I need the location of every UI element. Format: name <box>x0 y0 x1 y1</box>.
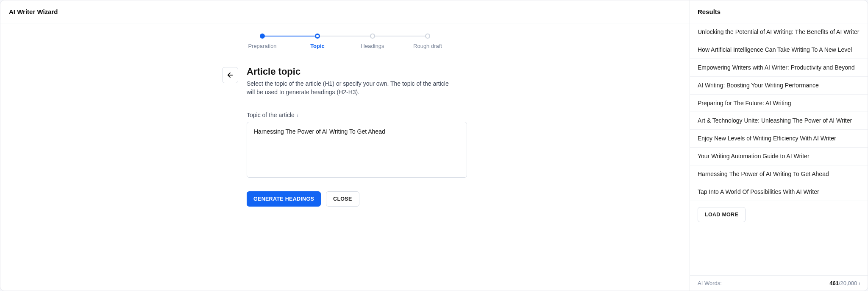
main-header: AI Writer Wizard <box>0 0 690 23</box>
step-label: Rough draft <box>413 43 442 49</box>
section-heading: Article topic <box>247 66 468 77</box>
ai-words-value: 461/20,000 i <box>829 280 860 286</box>
result-item[interactable]: How Artificial Intelligence Can Take Wri… <box>690 41 868 59</box>
step-label: Preparation <box>248 43 276 49</box>
wizard-stepper: Preparation Topic Headings Rough draft <box>235 34 455 49</box>
step-label: Headings <box>361 43 384 49</box>
step-label: Topic <box>310 43 325 49</box>
topic-input[interactable] <box>247 122 467 178</box>
info-icon[interactable]: i <box>297 112 298 118</box>
step-dot-icon <box>425 34 430 39</box>
back-button[interactable] <box>222 67 238 83</box>
result-item[interactable]: Art & Technology Unite: Unleashing The P… <box>690 112 868 130</box>
step-connector <box>317 36 373 36</box>
ai-words-max: 20,000 <box>840 280 857 286</box>
close-button[interactable]: CLOSE <box>326 191 359 207</box>
result-item[interactable]: Tap Into A World Of Possibilities With A… <box>690 183 868 201</box>
step-dot-icon <box>370 34 375 39</box>
results-header: Results <box>690 0 868 23</box>
result-item[interactable]: Preparing for The Future: AI Writing <box>690 95 868 112</box>
step-connector <box>373 36 428 36</box>
result-item[interactable]: Unlocking the Potential of AI Writing: T… <box>690 23 868 41</box>
results-footer: AI Words: 461/20,000 i <box>690 275 868 291</box>
load-more-button[interactable]: LOAD MORE <box>698 207 746 222</box>
results-title: Results <box>698 8 860 15</box>
step-dot-icon <box>315 34 320 39</box>
step-connector <box>262 36 317 36</box>
field-label: Topic of the article <box>247 112 295 118</box>
result-item[interactable]: Enjoy New Levels of Writing Efficiency W… <box>690 130 868 148</box>
results-list: Unlocking the Potential of AI Writing: T… <box>690 23 868 275</box>
generate-headings-button[interactable]: GENERATE HEADINGS <box>247 191 321 207</box>
result-item[interactable]: Empowering Writers with AI Writer: Produ… <box>690 59 868 77</box>
ai-words-used: 461 <box>829 280 839 286</box>
step-dot-icon <box>260 34 265 39</box>
info-icon[interactable]: i <box>859 281 860 286</box>
result-item[interactable]: Your Writing Automation Guide to AI Writ… <box>690 148 868 165</box>
page-title: AI Writer Wizard <box>9 8 681 15</box>
ai-words-label: AI Words: <box>698 280 722 286</box>
arrow-left-icon <box>226 71 234 79</box>
result-item[interactable]: AI Writing: Boosting Your Writing Perfor… <box>690 77 868 95</box>
step-preparation[interactable]: Preparation <box>235 34 290 49</box>
section-description: Select the topic of the article (H1) or … <box>247 80 459 96</box>
result-item[interactable]: Harnessing The Power of AI Writing To Ge… <box>690 165 868 183</box>
